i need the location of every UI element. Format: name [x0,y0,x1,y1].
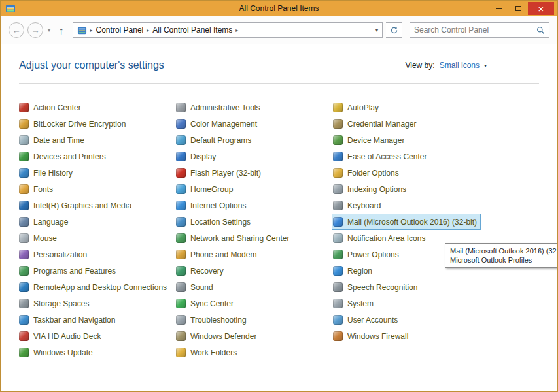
control-panel-item[interactable]: Phone and Modem [175,246,260,263]
breadcrumb-item-all-items[interactable]: All Control Panel Items [152,25,232,35]
control-panel-item-label: Folder Options [347,169,399,178]
search-input[interactable] [414,25,536,35]
device-manager-icon [333,135,343,145]
control-panel-item-label: Notification Area Icons [347,234,425,243]
control-panel-item[interactable]: Color Management [175,116,261,132]
location-settings-icon [176,217,186,227]
breadcrumb[interactable]: ▸ Control Panel ▸ All Control Panel Item… [73,22,383,38]
maximize-button[interactable] [508,2,528,15]
control-panel-item[interactable]: VIA HD Audio Deck [18,328,105,344]
control-panel-item[interactable]: Mail (Microsoft Outlook 2016) (32-bit) [332,214,481,230]
credential-manager-icon [333,119,343,129]
control-panel-item[interactable]: Network and Sharing Center [175,230,293,246]
control-panel-item[interactable]: Keyboard [332,197,385,214]
close-button[interactable]: × [528,2,554,15]
control-panel-item-label: Storage Spaces [33,299,89,308]
control-panel-item[interactable]: Fonts [18,181,57,197]
control-panel-item[interactable]: Mouse [18,230,61,246]
control-panel-item-label: File History [33,169,73,178]
control-panel-item[interactable]: Date and Time [18,132,88,148]
control-panel-item-label: Language [33,218,68,227]
windows-update-icon [19,348,29,357]
control-panel-item[interactable]: Devices and Printers [18,148,110,165]
control-panel-item-label: RemoteApp and Desktop Connections [33,283,167,292]
control-panel-item[interactable]: System [332,295,377,312]
control-panel-item-label: Administrative Tools [190,103,260,112]
control-panel-item-label: BitLocker Drive Encryption [33,120,126,129]
breadcrumb-item-control-panel[interactable]: Control Panel [96,25,144,35]
ease-of-access-icon [333,152,343,161]
control-panel-item[interactable]: Ease of Access Center [332,148,430,165]
recent-pages-button[interactable]: ▾ [46,27,52,33]
up-arrow-icon: ↑ [59,25,64,36]
region-icon [333,266,343,276]
control-panel-item[interactable]: Windows Defender [175,328,260,344]
control-panel-item-label: Device Manager [347,136,404,145]
control-panel-item[interactable]: Administrative Tools [175,99,264,116]
control-panel-item[interactable]: Language [18,214,72,230]
control-panel-window: All Control Panel Items × ← → ▾ ↑ ▸ Cont… [0,0,558,392]
control-panel-item-label: Programs and Features [33,267,116,276]
control-panel-item[interactable]: Speech Recognition [332,279,421,295]
control-panel-item[interactable]: Indexing Options [332,181,410,197]
control-panel-item[interactable]: Recovery [175,263,228,279]
up-button[interactable]: ↑ [55,25,69,36]
search-icon [536,26,545,35]
control-panel-item-label: Internet Options [190,201,246,210]
control-panel-item[interactable]: Windows Firewall [332,328,412,344]
control-panel-item[interactable]: Display [175,148,220,165]
control-panel-item[interactable]: Location Settings [175,214,254,230]
breadcrumb-separator-icon: ▸ [90,27,93,33]
tooltip-line-2: Microsoft Outlook Profiles [450,255,558,265]
control-panel-item[interactable]: Windows Update [18,344,97,361]
control-panel-item[interactable]: Action Center [18,99,85,116]
control-panel-item[interactable]: Sync Center [175,295,237,312]
back-button[interactable]: ← [9,22,24,38]
window-title: All Control Panel Items [1,4,557,13]
flash-player-icon [176,168,186,178]
control-panel-item[interactable]: File History [18,165,77,181]
control-panel-item-label: Location Settings [190,218,251,227]
control-panel-item[interactable]: BitLocker Drive Encryption [18,116,130,132]
view-by-value[interactable]: Small icons [440,61,480,70]
control-panel-item[interactable]: Region [332,263,376,279]
color-management-icon [176,119,186,129]
control-panel-item[interactable]: User Accounts [332,312,402,328]
forward-button[interactable]: → [27,22,43,38]
control-panel-item-label: Sync Center [190,299,234,308]
view-by-dropdown-button[interactable]: ▾ [484,63,487,69]
control-panel-item[interactable]: Credential Manager [332,116,420,132]
address-dropdown-button[interactable]: ▾ [375,27,378,33]
control-panel-item[interactable]: Intel(R) Graphics and Media [18,197,135,214]
control-panel-item[interactable]: HomeGroup [175,181,237,197]
control-panel-item[interactable]: Storage Spaces [18,295,93,312]
control-panel-item[interactable]: Default Programs [175,132,255,148]
control-panel-item-label: VIA HD Audio Deck [33,332,101,341]
sound-icon [176,282,186,292]
control-panel-item[interactable]: Sound [175,279,217,295]
control-panel-item[interactable]: Notification Area Icons [332,230,429,246]
devices-printers-icon [19,152,29,161]
control-panel-item[interactable]: Internet Options [175,197,250,214]
window-icon [5,3,16,14]
control-panel-item-label: Sound [190,283,213,292]
minimize-button[interactable] [489,2,508,15]
control-panel-item[interactable]: Programs and Features [18,263,120,279]
control-panel-item[interactable]: Taskbar and Navigation [18,312,119,328]
control-panel-item[interactable]: RemoteApp and Desktop Connections [18,279,171,295]
windows-firewall-icon [333,331,343,341]
refresh-button[interactable] [386,22,402,38]
work-folders-icon [176,348,186,357]
control-panel-item[interactable]: Personalization [18,246,91,263]
default-programs-icon [176,135,186,145]
control-panel-item[interactable]: Power Options [332,246,403,263]
control-panel-item[interactable]: Device Manager [332,132,408,148]
control-panel-item[interactable]: Work Folders [175,344,241,361]
control-panel-item[interactable]: Troubleshooting [175,312,251,328]
control-panel-item[interactable]: AutoPlay [332,99,383,116]
control-panel-items-grid: Action CenterBitLocker Drive EncryptionD… [1,84,557,361]
control-panel-item[interactable]: Folder Options [332,165,403,181]
control-panel-item[interactable]: Flash Player (32-bit) [175,165,265,181]
internet-options-icon [176,201,186,210]
via-audio-icon [19,331,29,341]
